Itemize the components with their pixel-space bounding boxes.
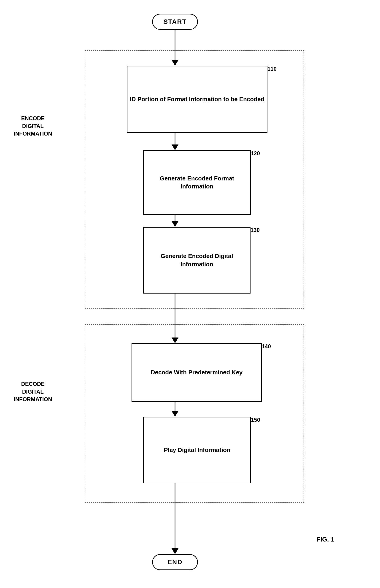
- box-130: Generate Encoded Digital Information: [143, 227, 250, 294]
- box-150: Play Digital Information: [143, 417, 251, 483]
- box-120-text: Generate Encoded Format Information: [144, 172, 250, 193]
- box-120: Generate Encoded Format Information: [143, 150, 251, 215]
- encode-section-label: ENCODEDIGITALINFORMATION: [14, 115, 52, 138]
- ref-140: 140: [262, 343, 271, 350]
- start-label: START: [163, 18, 187, 25]
- diagram-container: START ENCODEDIGITALINFORMATION DECODEDIG…: [0, 0, 380, 588]
- start-oval: START: [152, 14, 198, 30]
- box-140-text: Decode With Predetermined Key: [149, 366, 245, 379]
- box-130-text: Generate Encoded Digital Information: [144, 250, 250, 270]
- ref-130: 130: [250, 227, 260, 233]
- box-110: ID Portion of Format Information to be E…: [127, 66, 267, 133]
- end-label: END: [168, 558, 182, 566]
- ref-150: 150: [251, 417, 260, 423]
- svg-marker-11: [171, 548, 178, 554]
- box-150-text: Play Digital Information: [162, 444, 232, 456]
- decode-section-label: DECODEDIGITALINFORMATION: [14, 380, 52, 403]
- fig-label: FIG. 1: [316, 536, 334, 543]
- end-oval: END: [152, 554, 198, 570]
- box-140: Decode With Predetermined Key: [132, 343, 262, 402]
- ref-120: 120: [251, 150, 260, 157]
- ref-110: 110: [267, 66, 277, 72]
- box-110-text: ID Portion of Format Information to be E…: [128, 93, 267, 105]
